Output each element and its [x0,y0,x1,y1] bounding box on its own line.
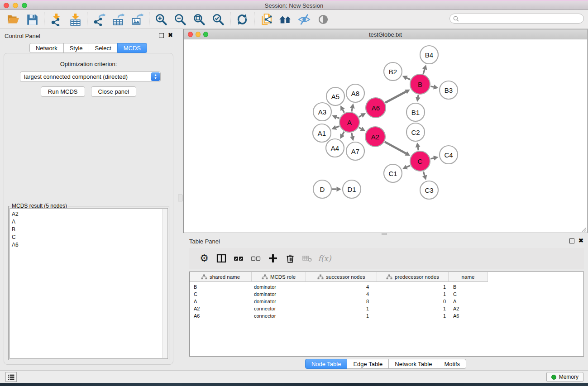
tab-motifs[interactable]: Motifs [438,359,466,369]
graph-node-B2[interactable]: B2 [384,62,402,81]
graph-node-A5[interactable]: A5 [326,87,344,105]
graph-edge-B-B4[interactable] [423,69,425,74]
graph-node-B4[interactable]: B4 [420,46,438,64]
graph-edge-A6-B[interactable] [385,92,406,103]
horizontal-splitter-handle[interactable] [382,233,387,235]
memory-button[interactable]: Memory [546,372,583,382]
tab-select[interactable]: Select [89,43,118,53]
graph-node-A2[interactable]: A2 [365,127,385,147]
result-list-item[interactable]: B [10,225,167,233]
graph-node-A3[interactable]: A3 [313,103,331,121]
clone-network-button[interactable] [257,11,276,28]
result-list-item[interactable]: A2 [10,210,167,218]
graph-edge-A-A2[interactable] [359,128,361,129]
tab-edge-table[interactable]: Edge Table [347,359,389,369]
graph-edge-B-B2[interactable] [406,78,410,80]
column-header-name[interactable]: name [449,272,488,282]
export-network-button[interactable] [90,11,109,28]
open-session-button[interactable] [4,11,23,28]
graph-edge-A-A8[interactable] [352,108,353,112]
graph-node-B3[interactable]: B3 [440,81,458,99]
graph-node-D[interactable]: D [313,180,331,198]
export-table-button[interactable] [109,11,128,28]
graph-edge-C-C2[interactable] [418,147,418,150]
hide-graphics-details-button[interactable] [295,11,314,28]
show-columns-button[interactable] [213,250,230,267]
run-mcds-button[interactable]: Run MCDS [41,86,85,97]
zoom-selected-button[interactable] [209,11,228,28]
tab-node-table[interactable]: Node Table [305,359,348,369]
zoom-in-button[interactable] [152,11,171,28]
float-panel-icon[interactable] [159,33,164,38]
float-table-panel-icon[interactable] [569,238,574,243]
select-all-rows-button[interactable] [230,250,247,267]
column-header-MCDS-role[interactable]: MCDS role [252,272,306,282]
graph-node-A4[interactable]: A4 [326,139,344,157]
graph-node-D1[interactable]: D1 [343,180,361,198]
table-row[interactable]: A6connector11A6 [190,312,583,319]
import-table-button[interactable] [66,11,85,28]
save-session-button[interactable] [23,11,42,28]
graph-node-C4[interactable]: C4 [440,146,458,164]
graph-node-C3[interactable]: C3 [420,181,438,199]
graph-edge-A-A4[interactable] [342,132,344,135]
graph-node-B1[interactable]: B1 [406,103,425,121]
graph-edge-A2-C[interactable] [385,142,406,154]
close-panel-icon[interactable]: ✖ [168,32,173,38]
result-list-item[interactable]: A [10,218,167,225]
export-image-button[interactable] [128,11,147,28]
graph-node-A8[interactable]: A8 [346,84,364,102]
column-header-successor-nodes[interactable]: successor nodes [306,272,377,282]
table-row[interactable]: Cdominator41C [190,291,583,298]
home-view-button[interactable] [276,11,295,28]
tab-network-table[interactable]: Network Table [388,359,438,369]
graph-node-A[interactable]: A [339,112,359,132]
table-row[interactable]: Adominator80A [190,298,583,305]
graph-node-A6[interactable]: A6 [366,98,386,118]
zoom-fit-button[interactable] [190,11,209,28]
optimization-criterion-dropdown[interactable]: largest connected component (directed) ▲… [20,71,161,82]
close-table-panel-icon[interactable]: ✖ [578,237,583,244]
refresh-layout-button[interactable] [233,11,252,28]
graph-node-C[interactable]: C [410,151,430,171]
search-input[interactable] [459,15,583,22]
graph-edge-C-C4[interactable] [430,158,434,159]
show-graphics-details-button[interactable] [314,11,333,28]
graph-node-C1[interactable]: C1 [384,164,402,182]
graph-edge-C-C3[interactable] [423,172,425,176]
tab-style[interactable]: Style [63,43,89,53]
tab-mcds[interactable]: MCDS [117,43,147,53]
graph-edge-B-B3[interactable] [431,86,434,87]
graph-edge-A-A5[interactable] [343,110,344,113]
graph-node-A7[interactable]: A7 [346,142,364,160]
result-list-scrollbar[interactable] [162,209,167,358]
graph-edge-B-B1[interactable] [418,95,418,97]
graph-node-A1[interactable]: A1 [313,124,331,142]
import-network-button[interactable] [47,11,66,28]
task-history-button[interactable] [5,372,17,382]
column-header-predecessor-nodes[interactable]: predecessor nodes [377,272,449,282]
graph-edge-A-A1[interactable] [336,126,339,128]
deselect-all-rows-button[interactable] [247,250,264,267]
delete-table-button[interactable] [299,250,316,267]
delete-column-button[interactable] [282,250,299,267]
graph-node-B[interactable]: B [410,74,430,94]
close-panel-button[interactable]: Close panel [91,86,137,97]
graph-edge-C-C1[interactable] [407,166,411,167]
create-column-button[interactable] [264,250,282,267]
graph-edge-A-A7[interactable] [352,133,353,137]
search-box[interactable] [449,14,584,24]
vertical-splitter-handle[interactable] [178,195,182,201]
table-row[interactable]: A2connector11A2 [190,305,583,312]
column-header-shared-name[interactable]: shared name [190,272,252,282]
tab-network[interactable]: Network [29,43,64,53]
result-list-item[interactable]: A6 [10,241,167,248]
zoom-out-button[interactable] [171,11,190,28]
graph-edge-A-A6[interactable] [359,115,362,117]
table-settings-button[interactable]: ⚙ [196,250,213,267]
network-canvas[interactable]: AA1A2A3A4A5A6A7A8BB1B2B3B4CC1C2C3C4DD1 [184,39,587,233]
resize-grip-icon[interactable] [581,226,587,232]
function-builder-button[interactable]: f(x) [316,250,333,267]
result-list-item[interactable]: C [10,233,167,241]
graph-edge-A-A3[interactable] [336,117,339,118]
